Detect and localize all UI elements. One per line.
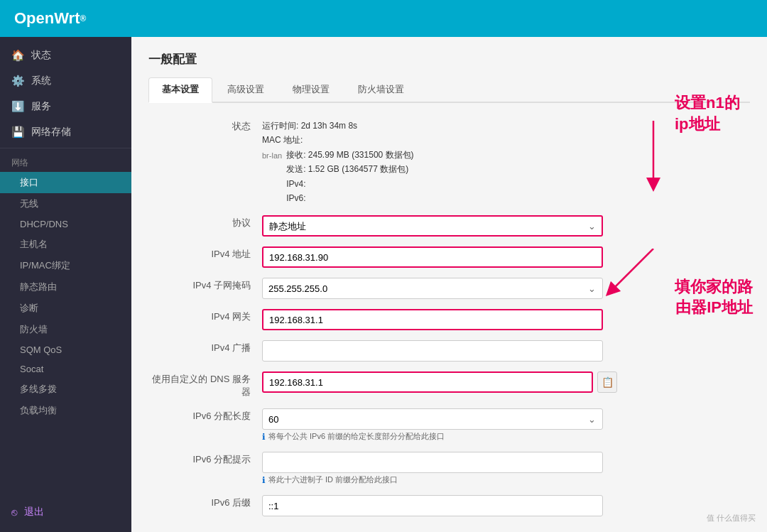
sidebar-item-socat[interactable]: Socat [0,359,131,379]
ipv6-assignment-hint-label: IPv6 分配提示 [148,449,262,466]
sidebar-item-interfaces[interactable]: 接口 [0,172,131,193]
sidebar-sub-label: 防火墙 [20,323,48,336]
receive-row: 接收: 245.99 MB (331500 数据包) [286,148,413,162]
info-icon-2: ℹ [262,475,266,485]
sidebar-item-multiwan[interactable]: 多线多拨 [0,379,131,400]
ipv4-broadcast-input[interactable] [262,340,603,362]
ipv4-label: IPv4: [286,179,305,189]
sidebar-item-label: 状态 [31,49,51,62]
sidebar-item-firewall[interactable]: 防火墙 [0,319,131,340]
ipv6-assignment-hint-value-wrapper: ℹ 将此十六进制子 ID 前缀分配给此接口 [262,449,750,485]
ipv4-gateway-row: IPv4 网关 [148,306,750,330]
protocol-value-wrapper: 静态地址 [262,212,750,237]
sidebar-item-ip-mac[interactable]: IP/MAC绑定 [0,255,131,276]
ipv4-mask-select-wrapper: 255.255.255.0 [262,278,603,299]
ipv4-gateway-input[interactable] [262,309,603,330]
ipv4-address-row: IPv4 地址 [148,244,750,268]
dns-input[interactable] [262,371,593,393]
dns-label: 使用自定义的 DNS 服务器 [148,369,262,398]
dns-row: 使用自定义的 DNS 服务器 📋 [148,369,750,398]
sidebar-item-wireless[interactable]: 无线 [0,193,131,215]
sidebar-item-diagnostics[interactable]: 诊断 [0,298,131,319]
tab-basic[interactable]: 基本设置 [148,77,212,103]
sidebar-item-label: 服务 [31,100,51,113]
sidebar-sub-label: 多线多拨 [20,383,57,396]
watermark-icon: 值 [707,514,714,522]
ipv6-suffix-value-wrapper [262,492,750,516]
ipv6-prefix-hint: ℹ 将每个公共 IPv6 前缀的给定长度部分分配给此接口 [262,431,750,442]
ipv6-prefix-len-select[interactable]: 60 [262,408,603,430]
uptime-value: 2d 13h 34m 8s [301,121,357,131]
storage-icon: 💾 [11,126,24,139]
ipv6-suffix-row: IPv6 后缀 [148,492,750,516]
ipv4-mask-row: IPv4 子网掩码 255.255.255.0 [148,275,750,299]
sidebar-item-system[interactable]: ⚙️ 系统 [0,68,131,94]
topbar: OpenWrt® [0,0,767,37]
ipv6-label: IPv6: [286,193,305,203]
ipv4-row: IPv4: [286,177,413,191]
protocol-select-wrapper: 静态地址 [262,215,603,237]
tab-firewall[interactable]: 防火墙设置 [344,77,418,102]
br-lan-details: 接收: 245.99 MB (331500 数据包) 发送: 1.52 GB (… [286,148,413,206]
sidebar-item-sqm-qos[interactable]: SQM QoS [0,340,131,359]
sidebar-sub-label: 静态路由 [20,281,57,293]
sidebar-sub-label: 接口 [20,176,38,189]
ipv4-mask-label: IPv4 子网掩码 [148,275,262,292]
logout-label: 退出 [24,506,44,519]
sidebar-item-services[interactable]: ⬇️ 服务 [0,94,131,119]
trademark: ® [80,13,86,23]
ipv6-prefix-len-value-wrapper: 60 ℹ 将每个公共 IPv6 前缀的给定长度部分分配给此接口 [262,406,750,442]
ipv4-mask-select[interactable]: 255.255.255.0 [262,278,603,299]
status-value: 运行时间: 2d 13h 34m 8s MAC 地址: br-lan 接收: 2… [262,116,750,205]
gear-icon: ⚙️ [11,75,24,87]
ipv6-prefix-len-select-wrapper: 60 [262,408,603,430]
info-icon: ℹ [262,432,266,442]
uptime-row: 运行时间: 2d 13h 34m 8s [262,119,750,133]
watermark-text: 什么值得买 [717,514,756,522]
sidebar-sub-label: 负载均衡 [20,404,57,417]
sidebar-item-dhcp-dns[interactable]: DHCP/DNS [0,215,131,234]
br-lan-label: br-lan [262,149,282,163]
ipv6-suffix-input[interactable] [262,495,603,516]
ipv6-prefix-len-row: IPv6 分配长度 60 ℹ 将每个公共 IPv6 前缀的给定长度部分分配给此接… [148,406,750,442]
sidebar-sub-label: SQM QoS [20,344,62,355]
sidebar-sub-label: IP/MAC绑定 [20,259,70,272]
tab-advanced[interactable]: 高级设置 [214,77,278,102]
sidebar-sub-label: 无线 [20,197,38,210]
ipv6-assignment-hint-row: IPv6 分配提示 ℹ 将此十六进制子 ID 前缀分配给此接口 [148,449,750,485]
hint-text-value: 将每个公共 IPv6 前缀的给定长度部分分配给此接口 [268,431,445,442]
ipv4-address-input[interactable] [262,246,603,268]
ipv4-address-label: IPv4 地址 [148,244,262,261]
ipv4-address-value-wrapper [262,244,750,268]
protocol-row: 协议 静态地址 [148,212,750,237]
ipv4-gateway-label: IPv4 网关 [148,306,262,323]
mac-row: MAC 地址: [262,133,750,147]
sidebar: 🏠 状态 ⚙️ 系统 ⬇️ 服务 💾 网络存储 网络 接口 无线 DHCP/DN… [0,37,131,532]
ipv6-assignment-hint-input[interactable] [262,452,603,473]
page-title: 一般配置 [148,51,750,67]
sidebar-item-hostname[interactable]: 主机名 [0,234,131,255]
app-title: OpenWrt [14,9,80,28]
dns-input-wrapper: 📋 [262,371,617,393]
protocol-label: 协议 [148,212,262,229]
sidebar-item-status[interactable]: 🏠 状态 [0,43,131,68]
status-row: 状态 运行时间: 2d 13h 34m 8s MAC 地址: br-lan [148,116,750,205]
ipv4-broadcast-label: IPv4 广播 [148,337,262,354]
logout-button[interactable]: ⎋ 退出 [0,499,131,525]
uptime-label: 运行时间: [262,121,298,131]
br-lan-row: br-lan 接收: 245.99 MB (331500 数据包) 发送: 1.… [262,148,750,206]
content-area: 一般配置 基本设置 高级设置 物理设置 防火墙设置 状态 运行时间: 2d 13… [131,37,767,532]
dns-add-button[interactable]: 📋 [597,371,617,393]
sidebar-item-label: 系统 [31,75,51,87]
hint-note-value: 将此十六进制子 ID 前缀分配给此接口 [268,474,398,485]
dns-value-wrapper: 📋 [262,369,750,393]
sidebar-item-network-storage[interactable]: 💾 网络存储 [0,119,131,145]
status-label: 状态 [148,116,262,133]
protocol-select[interactable]: 静态地址 [262,215,603,237]
tab-physical[interactable]: 物理设置 [279,77,343,102]
ipv4-mask-value-wrapper: 255.255.255.0 [262,275,750,299]
ipv6-row: IPv6: [286,191,413,205]
sidebar-item-loadbalance[interactable]: 负载均衡 [0,400,131,421]
sidebar-item-static-routes[interactable]: 静态路由 [0,276,131,298]
sidebar-sub-label: Socat [20,364,43,374]
